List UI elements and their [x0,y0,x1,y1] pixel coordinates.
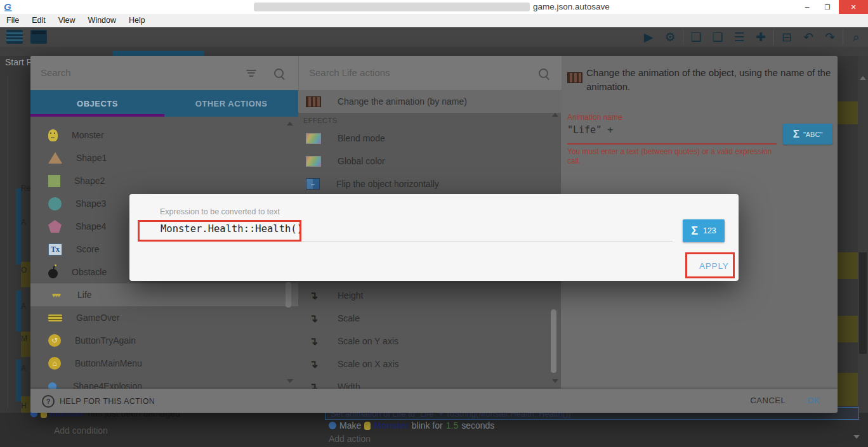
blink-action-row[interactable]: Make Monster blink for 1.5 seconds [329,420,494,431]
search-icon [274,68,284,78]
action-list-scrollbar-thumb[interactable] [551,309,556,373]
help-icon[interactable]: ? [42,395,55,408]
restore-button[interactable]: ❐ [817,0,838,14]
annotation-apply-highlight [685,252,735,278]
item-label: GameOver [76,313,119,323]
menu-file[interactable]: File [0,14,25,27]
action-list-item[interactable]: ↴Scale on X axis [298,353,561,375]
action-list-item[interactable]: ↴Height [298,284,561,307]
active-editor-tab[interactable] [113,51,204,56]
action-list-item[interactable]: ↴Scale on Y axis [298,330,561,353]
search-icon [539,68,548,78]
event-label: A [21,364,26,373]
remove-frame-icon[interactable]: ⊟ [776,29,798,46]
scroll-up-icon[interactable] [552,113,558,117]
number-expression-builder-button[interactable]: Σ 123 [683,219,725,242]
input-error-underline [567,143,777,145]
menu-help[interactable]: Help [122,14,152,27]
film-icon [306,96,321,107]
object-list-item[interactable]: ↺ButtonTryAgain [30,329,298,352]
validation-error-text: You must enter a text (between quotes) o… [567,147,780,166]
debug-icon[interactable]: ⚙ [659,29,681,46]
explosion-icon [48,382,56,389]
add-external-events-icon[interactable]: ☰ [728,29,750,46]
abc-caption: "ABC" [803,131,822,138]
item-label: Change the animation (by name) [338,96,467,107]
play-icon[interactable]: ▶ [638,29,659,46]
object-list-item[interactable]: GameOver [30,306,298,329]
object-list-item[interactable]: Shape2 [30,169,298,192]
item-label: Scale [338,313,360,323]
animation-name-input[interactable]: "Life" + [567,124,613,136]
action-search-input[interactable]: Search Life actions [309,67,390,78]
add-scene-window-icon[interactable]: ❏ [685,29,707,46]
menu-bar: FileEditViewWindowHelp [0,14,868,28]
close-button[interactable]: ✕ [839,0,868,14]
scroll-up-icon[interactable] [860,76,866,80]
blink-value: 1.5 [446,420,458,431]
triangle-icon [48,152,62,164]
toolbar-separator [843,30,843,45]
action-search-bar[interactable]: Search Life actions [298,56,562,91]
filter-icon[interactable] [246,70,256,77]
scroll-down-icon[interactable] [552,379,558,383]
add-object-icon[interactable]: ✚ [750,29,772,46]
add-action-link[interactable]: Add action [329,434,371,444]
object-list-item[interactable]: Monster [30,124,298,146]
menu-window[interactable]: Window [82,14,122,27]
minimize-button[interactable]: – [797,0,817,14]
action-list-item[interactable]: Blend mode [298,127,561,150]
sigma-icon: Σ [793,128,799,141]
cancel-button[interactable]: CANCEL [750,396,786,405]
scroll-down-icon[interactable] [853,435,860,439]
object-list-item[interactable]: Shape4Explosion [30,375,298,389]
event-group-bar [16,188,21,264]
tab-objects[interactable]: OBJECTS [30,90,164,117]
item-label: ButtonMainMenu [75,358,142,368]
add-external-layout-icon[interactable]: ❏ [707,29,728,46]
action-list-item[interactable]: ↴Scale [298,307,561,330]
object-list-item[interactable]: ⌂ButtonMainMenu [30,352,298,375]
rainbow-icon [306,133,321,144]
search-icon[interactable]: ⌕ [845,29,867,46]
scroll-down-icon[interactable] [287,379,293,383]
scroll-up-icon[interactable] [287,122,293,126]
toolbar-separator [683,30,683,45]
square-icon [48,175,60,187]
item-label: Shape1 [76,153,107,163]
blink-make: Make [339,420,361,431]
object-search-bar[interactable]: Search [30,56,298,91]
main-toolbar: ▶⚙❏❏☰✚⊟↶↷⌕ [0,27,868,47]
action-list-item[interactable]: Change the animation (by name) [298,90,561,113]
tab-other-actions[interactable]: OTHER ACTIONS [164,90,298,117]
help-link[interactable]: HELP FOR THIS ACTION [60,397,155,406]
object-search-input[interactable]: Search [41,67,71,78]
flip-icon: ↔ [306,178,320,190]
size-action-list: ↴Height↴Scale↴Scale on Y axis↴Scale on X… [298,284,561,398]
editor-scrollbar[interactable] [858,56,868,413]
redo-icon[interactable]: ↷ [819,29,841,46]
menu-edit[interactable]: Edit [25,14,52,27]
event-label: M [21,334,27,343]
toolbar-right-icons: ▶⚙❏❏☰✚⊟↶↷⌕ [638,27,867,47]
add-condition-link[interactable]: Add condition [54,425,108,436]
scene-editor-icon[interactable] [30,30,47,44]
event-action-cell [838,373,858,406]
text-expression-builder-button[interactable]: Σ "ABC" [783,124,832,145]
open-project-manager-icon[interactable] [6,30,23,44]
action-list-item[interactable]: Global color [298,150,561,172]
animation-action-icon [567,72,582,83]
object-list-item[interactable]: Shape1 [30,146,298,169]
button-home-icon: ⌂ [48,357,61,370]
object-list-scrollbar-thumb[interactable] [286,282,291,308]
undo-icon[interactable]: ↶ [798,29,819,46]
menu-view[interactable]: View [52,14,82,27]
editor-scrollbar-thumb[interactable] [859,252,867,354]
monster-object-icon [364,422,371,430]
action-list-item[interactable]: ↔Flip the object horizontally [298,172,561,195]
ok-button[interactable]: OK [807,396,820,405]
object-list-item[interactable]: ♥♥♥Life [30,283,298,306]
blink-object: Monster [374,420,408,431]
event-action-cell [838,316,858,342]
scene-tab-label[interactable]: Start P [5,57,32,67]
